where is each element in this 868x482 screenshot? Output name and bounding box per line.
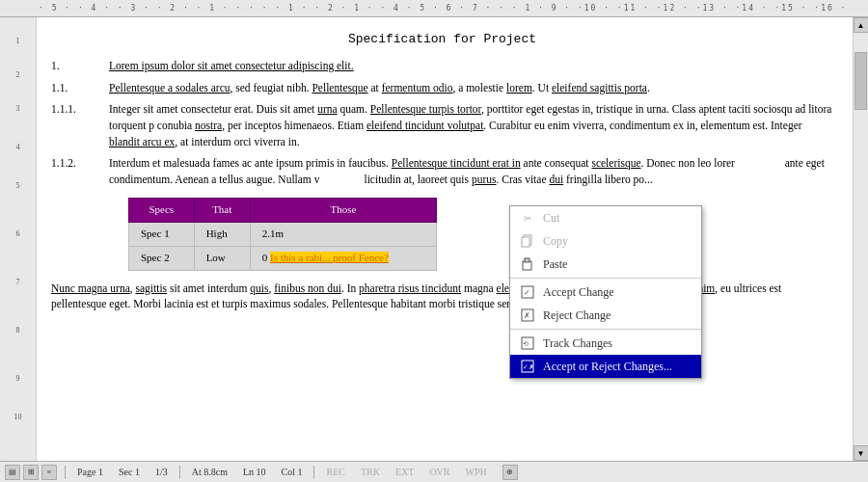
status-fraction: 1/3 (151, 467, 172, 477)
list-item: 1.1.2. Interdum et malesuada fames ac an… (51, 155, 833, 187)
ruler-marks: · 5 · · 4 · · 3 · · 2 · · 1 · · · · · 1 … (39, 4, 847, 13)
table-header-that: That (194, 198, 250, 222)
status-bar: ▤ ⊞ ≡ Page 1 Sec 1 1/3 At 8.8cm Ln 10 Co… (0, 461, 868, 482)
track-changes-icon: ⟲ (518, 335, 537, 351)
cut-icon: ✂ (518, 210, 537, 226)
context-menu-track-changes[interactable]: ⟲ Track Changes (510, 332, 701, 355)
status-rec: REC (322, 467, 348, 477)
list-item: 1.1. Pellentesque a sodales arcu, sed fe… (51, 80, 833, 96)
context-menu-reject-change[interactable]: ✗ Reject Change (510, 304, 701, 327)
context-menu-divider-2 (510, 329, 701, 330)
status-col: Col 1 (278, 467, 307, 477)
svg-text:✓: ✓ (524, 288, 530, 297)
scroll-track[interactable] (854, 33, 868, 445)
document-title: Specification for Project (51, 32, 833, 46)
status-ovr: OVR (425, 467, 453, 477)
context-menu-copy[interactable]: Copy (510, 229, 701, 253)
status-wph: WPH (462, 467, 491, 477)
context-menu-paste[interactable]: Paste (510, 253, 701, 276)
top-ruler: · 5 · · 4 · · 3 · · 2 · · 1 · · · · · 1 … (0, 0, 868, 17)
view-icons: ▤ ⊞ ≡ (5, 465, 57, 480)
scroll-down-button[interactable]: ▼ (854, 445, 869, 461)
status-ln: Ln 10 (239, 467, 270, 477)
footer-paragraph: Nunc magna urna, sagittis sit amet inter… (51, 281, 833, 312)
spec-table: Specs That Those Spec 1 High 2.1m Spec 2… (128, 198, 437, 271)
svg-rect-3 (525, 258, 529, 262)
accept-change-icon: ✓ (518, 284, 537, 300)
accept-reject-all-icon: ✓✗ (518, 359, 537, 374)
svg-rect-1 (522, 237, 529, 247)
scroll-thumb[interactable] (854, 52, 867, 110)
language-icon[interactable]: ⊕ (502, 465, 518, 480)
status-page: Page 1 (73, 467, 107, 477)
status-at: At 8.8cm (188, 467, 231, 477)
table-header-those: Those (250, 198, 436, 222)
svg-text:⟲: ⟲ (523, 340, 529, 348)
context-menu-cut[interactable]: ✂ Cut (510, 206, 701, 229)
document-area: Specification for Project 1. Lorem ipsum… (37, 17, 853, 461)
context-menu-accept-reject-all[interactable]: ✓✗ Accept or Reject Changes... (510, 355, 701, 378)
status-sec: Sec 1 (115, 467, 144, 477)
svg-text:✓✗: ✓✗ (523, 363, 534, 371)
table-header-specs: Specs (129, 198, 195, 222)
scroll-up-button[interactable]: ▲ (854, 17, 869, 33)
svg-text:✗: ✗ (524, 311, 530, 320)
table-row: Spec 1 High 2.1m (129, 222, 437, 246)
list-item: 1.1.1. Integer sit amet consectetur erat… (51, 101, 833, 149)
document-content: 1. Lorem ipsum dolor sit amet consectetu… (51, 58, 833, 312)
status-trk: TRK (357, 467, 384, 477)
status-ext: EXT (392, 467, 418, 477)
context-menu-divider (510, 278, 701, 279)
copy-icon (518, 233, 537, 249)
context-menu-accept-change[interactable]: ✓ Accept Change (510, 281, 701, 304)
view-web-icon[interactable]: ⊞ (23, 465, 39, 480)
table-row: Spec 2 Low 0 Is this a rabi... proof Fen… (129, 246, 437, 270)
context-menu: ✂ Cut Copy Paste (509, 205, 702, 379)
left-ruler: 1 2 3 4 5 6 7 8 9 10 (0, 17, 37, 461)
view-normal-icon[interactable]: ▤ (5, 465, 20, 480)
paste-icon (518, 256, 537, 272)
list-item: 1. Lorem ipsum dolor sit amet consectetu… (51, 58, 833, 74)
view-outline-icon[interactable]: ≡ (41, 465, 57, 480)
reject-change-icon: ✗ (518, 308, 537, 323)
right-scrollbar: ▲ ▼ (853, 17, 868, 461)
